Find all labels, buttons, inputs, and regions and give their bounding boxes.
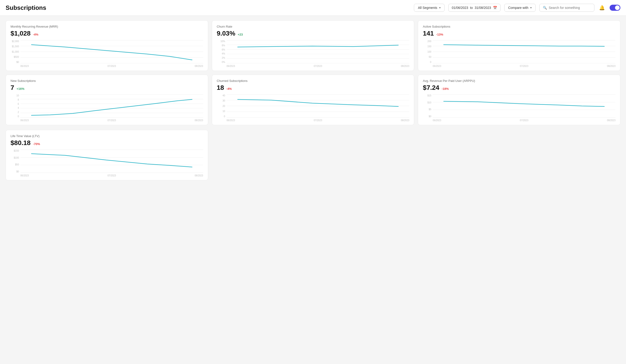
chart-area-ltv: $150$100$50$006/202307/202308/2023 <box>10 149 203 177</box>
chevron-down-icon-2: ▾ <box>530 6 532 9</box>
date-range-picker[interactable]: 01/06/2023 to 31/08/2023 📅 <box>448 4 501 12</box>
theme-toggle[interactable] <box>610 5 620 11</box>
card-value-churned_subs: 18 <box>217 84 224 91</box>
y-axis-label: 150 <box>423 45 431 48</box>
card-arppu: Avg. Revenue Per Paid User (ARPPU)$7.24-… <box>418 75 620 125</box>
card-badge-active_subs: -13% <box>436 33 443 36</box>
y-axis-label: $15 <box>423 94 431 97</box>
x-axis-label: 06/2023 <box>20 65 29 67</box>
x-axis-label: 06/2023 <box>433 119 441 122</box>
card-ltv: Life Time Value (LTV)$80.18-70%$150$100$… <box>6 130 208 180</box>
y-axis-label: 2% <box>217 57 225 59</box>
x-axis-label: 06/2023 <box>20 119 29 122</box>
y-axis-label: 0 <box>10 115 19 118</box>
x-axis-label: 08/2023 <box>401 119 409 122</box>
x-axis-label: 06/2023 <box>20 174 29 177</box>
x-axis-label: 07/2023 <box>520 65 528 67</box>
date-to: 31/08/2023 <box>475 6 491 10</box>
card-badge-new_subs: +16% <box>17 87 25 91</box>
card-new_subs: New Subscriptions7+16%108642006/202307/2… <box>6 75 208 125</box>
card-value-ltv: $80.18 <box>10 139 31 147</box>
card-value-row-arppu: $7.24-18% <box>423 84 616 91</box>
card-value-row-churned_subs: 18-4% <box>217 84 409 91</box>
y-axis-label: 10 <box>217 110 225 112</box>
chart-svg-ltv <box>20 149 203 173</box>
y-axis-label: 100 <box>423 51 431 53</box>
x-axis-label: 08/2023 <box>195 119 203 122</box>
x-axis-label: 07/2023 <box>520 119 528 122</box>
y-axis-label: $0 <box>423 115 431 118</box>
y-axis-label: 10% <box>217 40 225 42</box>
x-axis-label: 08/2023 <box>195 174 203 177</box>
y-axis-label: 50 <box>423 56 431 58</box>
card-value-mrr: $1,028 <box>10 30 31 37</box>
card-value-arppu: $7.24 <box>423 84 439 91</box>
y-axis-label: $0 <box>10 170 19 173</box>
card-badge-churned_subs: -4% <box>226 87 232 91</box>
card-badge-mrr: -4% <box>33 33 39 36</box>
card-mrr: Monthly Recurring Revenue (MRR)$1,028-4%… <box>6 20 208 71</box>
y-axis-label: $2,000 <box>10 40 19 42</box>
y-axis-label: 8% <box>217 44 225 47</box>
segments-label: All Segments <box>418 6 437 10</box>
chevron-down-icon: ▾ <box>439 6 441 9</box>
card-value-row-new_subs: 7+16% <box>10 84 203 91</box>
card-badge-ltv: -70% <box>33 142 40 146</box>
card-title-new_subs: New Subscriptions <box>10 79 203 83</box>
x-axis-label: 07/2023 <box>108 119 116 122</box>
chart-svg-churned_subs <box>227 94 409 118</box>
card-value-new_subs: 7 <box>10 84 14 91</box>
y-axis-label: 4% <box>217 52 225 55</box>
x-axis-label: 08/2023 <box>607 119 616 122</box>
y-axis-label: 200 <box>423 40 431 42</box>
card-value-row-mrr: $1,028-4% <box>10 30 203 37</box>
chart-area-arppu: $15$10$5$006/202307/202308/2023 <box>423 94 616 122</box>
card-title-mrr: Monthly Recurring Revenue (MRR) <box>10 25 203 28</box>
segments-dropdown[interactable]: All Segments ▾ <box>414 4 444 12</box>
x-axis-label: 08/2023 <box>401 65 409 67</box>
y-axis-label: 2 <box>10 111 19 113</box>
y-axis-label: 4 <box>10 107 19 109</box>
bottom-grid: Life Time Value (LTV)$80.18-70%$150$100$… <box>0 130 626 185</box>
x-axis-label: 06/2023 <box>433 65 441 67</box>
y-axis-label: 0 <box>217 115 225 118</box>
date-to-label: to <box>470 6 473 10</box>
card-badge-arppu: -18% <box>441 87 449 91</box>
card-value-row-active_subs: 141-13% <box>423 30 616 37</box>
y-axis-label: $5 <box>423 108 431 111</box>
y-axis-label: 40 <box>217 94 225 97</box>
card-title-arppu: Avg. Revenue Per Paid User (ARPPU) <box>423 79 616 83</box>
y-axis-label: 0 <box>423 61 431 63</box>
card-active_subs: Active Subscriptions141-13%2001501005000… <box>418 20 620 71</box>
chart-svg-active_subs <box>433 40 616 63</box>
x-axis-label: 07/2023 <box>108 174 116 177</box>
header: Subscriptions All Segments ▾ 01/06/2023 … <box>0 0 626 16</box>
search-input[interactable] <box>549 6 591 10</box>
card-title-ltv: Life Time Value (LTV) <box>10 134 203 138</box>
y-axis-label: $100 <box>10 156 19 159</box>
y-axis-label: 6 <box>10 103 19 105</box>
y-axis-label: $500 <box>10 56 19 58</box>
y-axis-label: 6% <box>217 48 225 51</box>
notification-icon[interactable]: 🔔 <box>598 4 606 11</box>
y-axis-label: $150 <box>10 149 19 152</box>
y-axis-label: 20 <box>217 105 225 107</box>
x-axis-label: 08/2023 <box>195 65 203 67</box>
y-axis-label: $0 <box>10 61 19 63</box>
card-value-churn: 9.03% <box>217 30 235 37</box>
card-value-active_subs: 141 <box>423 30 434 37</box>
chart-area-churned_subs: 40302010006/202307/202308/2023 <box>217 94 409 122</box>
page-title: Subscriptions <box>6 4 46 11</box>
search-box: 🔍 <box>539 4 594 12</box>
card-churned_subs: Churned Subscriptions18-4%40302010006/20… <box>212 75 414 125</box>
card-title-active_subs: Active Subscriptions <box>423 25 616 28</box>
x-axis-label: 07/2023 <box>314 119 322 122</box>
x-axis-label: 07/2023 <box>108 65 116 67</box>
compare-dropdown[interactable]: Compare with ▾ <box>504 4 536 12</box>
chart-area-new_subs: 108642006/202307/202308/2023 <box>10 94 203 122</box>
chart-area-churn: 10%8%6%4%2%0%06/202307/202308/2023 <box>217 40 409 67</box>
card-badge-churn: +23 <box>238 33 243 36</box>
y-axis-label: 0% <box>217 61 225 63</box>
x-axis-label: 06/2023 <box>227 119 235 122</box>
card-value-row-ltv: $80.18-70% <box>10 139 203 147</box>
